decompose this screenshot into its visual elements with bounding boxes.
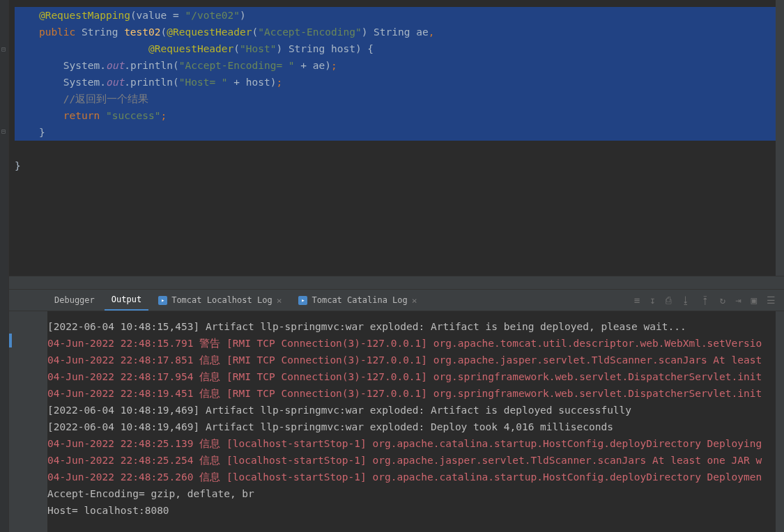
fold-icon[interactable]: ⊟ xyxy=(1,128,6,135)
fold-icon[interactable]: ⊟ xyxy=(1,46,6,53)
upload-icon[interactable]: ⭱ xyxy=(700,295,710,306)
editor-gutter: ⊟ ⊟ xyxy=(0,0,9,532)
console-output[interactable]: [2022-06-04 10:48:15,453] Artifact llp-s… xyxy=(47,311,784,532)
run-panel-sidebar xyxy=(9,311,47,532)
run-panel: Debugger Output ▸ Tomcat Localhost Log ×… xyxy=(9,290,784,532)
tab-tomcat-catalina[interactable]: ▸ Tomcat Catalina Log × xyxy=(291,290,424,311)
close-icon[interactable]: × xyxy=(277,295,282,306)
tomcat-icon: ▸ xyxy=(298,296,307,305)
tab-output[interactable]: Output xyxy=(105,290,148,311)
code-editor[interactable]: @RequestMapping(value = "/vote02") publi… xyxy=(9,0,784,276)
print-icon[interactable]: ⎙ xyxy=(666,295,671,306)
log-text: [2022-06-04 10:48:15,453] Artifact llp-s… xyxy=(47,318,776,519)
settings-icon[interactable]: ☰ xyxy=(767,295,776,306)
close-icon[interactable]: × xyxy=(412,295,417,306)
sidebar-marker xyxy=(9,334,12,347)
layout-icon[interactable]: ▣ xyxy=(751,295,757,306)
restart-icon[interactable]: ↻ xyxy=(720,295,725,306)
clear-icon[interactable]: ⇥ xyxy=(735,295,741,306)
scroll-to-end-icon[interactable]: ↧ xyxy=(650,295,655,306)
code-content: @RequestMapping(value = "/vote02") publi… xyxy=(9,0,776,174)
tab-debugger[interactable]: Debugger xyxy=(47,290,102,311)
run-panel-tabs: Debugger Output ▸ Tomcat Localhost Log ×… xyxy=(9,290,784,311)
tab-tomcat-localhost[interactable]: ▸ Tomcat Localhost Log × xyxy=(151,290,289,311)
tomcat-icon: ▸ xyxy=(158,296,167,305)
download-icon[interactable]: ⭳ xyxy=(681,295,691,306)
console-toolbar: ≡ ↧ ⎙ ⭳ ⭱ ↻ ⇥ ▣ ☰ xyxy=(634,295,784,306)
soft-wrap-icon[interactable]: ≡ xyxy=(634,295,640,306)
panel-splitter[interactable] xyxy=(9,276,784,290)
editor-scroll-thumb[interactable] xyxy=(776,1,783,35)
